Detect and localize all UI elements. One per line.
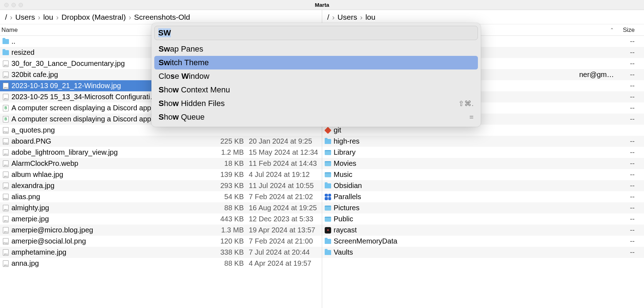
file-size: -- xyxy=(615,59,637,68)
file-name: amphetamine.jpg xyxy=(11,248,214,256)
file-size: 338 KB xyxy=(214,248,247,256)
file-size: -- xyxy=(615,93,637,101)
file-row[interactable]: Music-- xyxy=(322,169,644,180)
command-label: Show Queue xyxy=(159,112,204,122)
file-name: amerpie@micro.blog.jpeg xyxy=(11,226,214,234)
command-label: Swap Panes xyxy=(159,44,203,54)
file-row[interactable]: high-res-- xyxy=(322,136,644,147)
jpg-file-icon xyxy=(3,72,9,78)
folder-icon xyxy=(3,39,9,44)
file-size: -- xyxy=(615,137,637,145)
breadcrumb-segment[interactable]: / xyxy=(326,13,331,21)
file-name: anna.jpg xyxy=(11,259,214,268)
file-row[interactable]: Movies-- xyxy=(322,158,644,169)
chevron-right-icon: › xyxy=(127,13,132,21)
close-window-button[interactable] xyxy=(4,3,9,7)
png-file-icon xyxy=(3,238,9,245)
command-label: Close Window xyxy=(159,72,209,81)
file-row[interactable]: ScreenMemoryData-- xyxy=(322,236,644,247)
command-palette[interactable]: SW Swap PanesSwitch ThemeClose WindowSho… xyxy=(151,23,481,127)
maximize-window-button[interactable] xyxy=(19,3,23,7)
raycast-icon xyxy=(325,227,331,234)
file-name: Obsidian xyxy=(334,182,615,190)
file-modified: 4 Apr 2024 at 19:57 xyxy=(247,259,322,268)
file-row[interactable]: AlarmClockPro.webp18 KB11 Feb 2024 at 14… xyxy=(0,158,322,169)
app-title: Marta xyxy=(315,2,329,8)
file-size: -- xyxy=(615,104,637,112)
file-name: album whlae.jpg xyxy=(11,170,214,179)
column-size[interactable]: Size xyxy=(615,27,637,34)
command-shortcut: ⇧⌘. xyxy=(458,99,474,108)
file-name: amerpie.jpg xyxy=(11,215,214,223)
command-palette-item[interactable]: Swap Panes xyxy=(154,42,478,56)
folder-icon xyxy=(325,239,331,244)
command-label: Switch Theme xyxy=(159,58,209,67)
file-size: -- xyxy=(615,82,637,90)
file-name: Movies xyxy=(334,159,615,168)
file-name: Music xyxy=(334,170,615,179)
jpg-file-icon xyxy=(3,83,9,89)
file-row[interactable]: amerpie@micro.blog.jpeg1.3 MB19 Apr 2024… xyxy=(0,225,322,236)
command-palette-input-wrap[interactable]: SW xyxy=(154,26,478,40)
file-row[interactable]: Vaults-- xyxy=(322,247,644,258)
file-modified: 20 Jan 2024 at 9:25 xyxy=(247,137,322,145)
command-palette-input[interactable]: SW xyxy=(158,28,474,38)
command-palette-item[interactable]: Show Hidden Files⇧⌘. xyxy=(154,97,478,110)
breadcrumb-segment[interactable]: Dropbox (Maestral) xyxy=(60,13,127,21)
file-name: adobe_lightroom_library_view.jpg xyxy=(11,148,214,157)
file-size: 88 KB xyxy=(214,204,247,212)
file-row[interactable]: almighty.jpg88 KB16 Aug 2024 at 19:25 xyxy=(0,202,322,213)
document-file-icon: B xyxy=(3,105,9,111)
file-row[interactable]: adobe_lightroom_library_view.jpg1.2 MB15… xyxy=(0,147,322,158)
file-row[interactable]: amerpie@social.lol.png120 KB7 Feb 2024 a… xyxy=(0,236,322,247)
file-modified: 12 Dec 2023 at 5:33 xyxy=(247,215,322,223)
command-label: Show Hidden Files xyxy=(159,99,225,108)
file-row[interactable]: Obsidian-- xyxy=(322,180,644,191)
file-row[interactable]: anna.jpg88 KB4 Apr 2024 at 19:57 xyxy=(0,258,322,269)
file-row[interactable]: alexandra.jpg293 KB11 Jul 2024 at 10:55 xyxy=(0,180,322,191)
jpg-file-icon xyxy=(3,160,9,167)
file-row[interactable]: aboard.PNG225 KB20 Jan 2024 at 9:25 xyxy=(0,136,322,147)
command-shortcut: = xyxy=(469,113,474,121)
png-file-icon xyxy=(3,194,9,200)
breadcrumbs-left[interactable]: /›Users›lou›Dropbox (Maestral)›Screensho… xyxy=(0,10,322,24)
file-row[interactable]: amphetamine.jpg338 KB7 Jul 2024 at 20:44 xyxy=(0,247,322,258)
sort-indicator[interactable]: ⌃ xyxy=(608,27,615,33)
file-name: raycast xyxy=(334,226,615,234)
file-row[interactable]: album whlae.jpg139 KB4 Jul 2024 at 19:12 xyxy=(0,169,322,180)
command-palette-item[interactable]: Show Queue= xyxy=(154,110,478,124)
file-modified: 15 May 2024 at 12:34 xyxy=(247,148,322,157)
breadcrumbs-right[interactable]: /›Users›lou xyxy=(322,10,644,24)
file-modified: 11 Jul 2024 at 10:55 xyxy=(247,182,322,190)
breadcrumb-segment[interactable]: Screenshots-Old xyxy=(132,13,191,21)
breadcrumb-segment[interactable]: / xyxy=(4,13,9,21)
file-size: 1.3 MB xyxy=(214,226,247,234)
jpg-file-icon xyxy=(3,216,9,222)
file-row[interactable]: Library-- xyxy=(322,147,644,158)
breadcrumb-segment[interactable]: Users xyxy=(336,13,359,21)
file-row[interactable]: raycast-- xyxy=(322,225,644,236)
file-size: -- xyxy=(615,237,637,245)
command-palette-item[interactable]: Show Context Menu xyxy=(154,83,478,97)
command-palette-item[interactable]: Close Window xyxy=(154,69,478,83)
file-row[interactable]: Parallels-- xyxy=(322,191,644,202)
file-row[interactable]: alias.png54 KB7 Feb 2024 at 21:02 xyxy=(0,191,322,202)
file-row[interactable]: Public-- xyxy=(322,213,644,225)
file-row[interactable]: amerpie.jpg443 KB12 Dec 2023 at 5:33 xyxy=(0,213,322,225)
jpg-file-icon xyxy=(3,249,9,256)
breadcrumb-segment[interactable]: lou xyxy=(364,13,377,21)
file-modified: 4 Jul 2024 at 19:12 xyxy=(247,170,322,179)
file-name: a_quotes.png xyxy=(11,126,214,134)
jpg-file-icon xyxy=(3,183,9,189)
jpg-file-icon xyxy=(3,61,9,67)
breadcrumb-segment[interactable]: Users xyxy=(14,13,37,21)
file-size: -- xyxy=(615,170,637,179)
folder-icon xyxy=(3,50,9,55)
minimize-window-button[interactable] xyxy=(11,3,16,7)
file-name: Library xyxy=(334,148,615,157)
file-size: -- xyxy=(615,215,637,223)
breadcrumb-segment[interactable]: lou xyxy=(42,13,55,21)
command-palette-item[interactable]: Switch Theme xyxy=(154,56,478,69)
file-name: almighty.jpg xyxy=(11,204,214,212)
file-row[interactable]: Pictures-- xyxy=(322,202,644,213)
